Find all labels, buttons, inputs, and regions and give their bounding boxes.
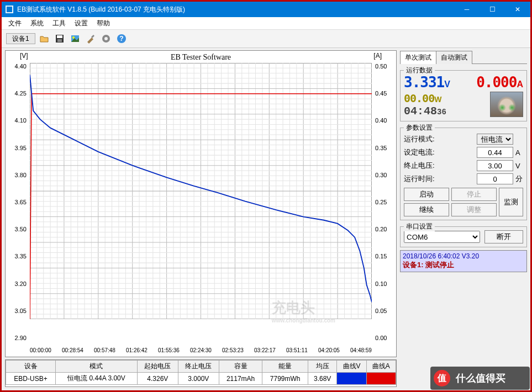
- titlebar: EB测试系统软件 V1.8.5 (Build 2016-03-07 充电头特别版…: [2, 2, 530, 17]
- picture-icon[interactable]: [69, 32, 82, 45]
- com-port-select[interactable]: COM6: [404, 231, 480, 243]
- menubar: 文件 系统 工具 设置 帮助: [2, 17, 530, 29]
- status-line-1: 2018/10/26 6:40:02 V3.20: [403, 252, 524, 260]
- chart-title: EB Tester Software: [6, 53, 396, 62]
- chart: EB Tester Software [V] [A] ZKETECH 4.404…: [5, 50, 397, 357]
- x-ticks: 00:00:0000:28:5400:57:4801:26:4201:55:36…: [30, 347, 372, 353]
- runtime-label: 运行时间:: [404, 174, 435, 184]
- app-icon: [5, 5, 14, 14]
- svg-text:?: ?: [119, 35, 123, 43]
- help-icon[interactable]: ?: [115, 32, 128, 45]
- param-settings-panel: 参数设置 运行模式: 恒电流 设定电流: A 终止电压:: [400, 128, 527, 220]
- open-icon[interactable]: [38, 32, 51, 45]
- minimize-button[interactable]: ─: [454, 2, 480, 17]
- menu-file[interactable]: 文件: [4, 18, 26, 29]
- tab-auto-test[interactable]: 自动测试: [436, 51, 472, 64]
- svg-point-6: [72, 36, 75, 39]
- status-image: [490, 92, 523, 117]
- svg-rect-4: [57, 39, 62, 42]
- device-tab[interactable]: 设备1: [6, 33, 35, 44]
- toolbar: 设备1 ?: [2, 29, 530, 48]
- y2-ticks: 0.500.450.400.350.300.250.200.150.100.05…: [373, 63, 393, 341]
- end-voltage-input[interactable]: [477, 160, 513, 171]
- mode-select[interactable]: 恒电流: [477, 134, 513, 145]
- set-current-input[interactable]: [477, 147, 513, 158]
- svg-point-8: [104, 37, 108, 40]
- monitor-button[interactable]: 监测: [499, 188, 523, 216]
- chart-plot-area: [30, 63, 372, 319]
- y1-ticks: 4.404.254.103.953.803.653.503.353.203.05…: [9, 63, 29, 341]
- power-value: 00.00: [404, 92, 434, 105]
- window-title: EB测试系统软件 V1.8.5 (Build 2016-03-07 充电头特别版…: [17, 5, 185, 14]
- site-logo: 什么值得买: [430, 367, 530, 390]
- side-tabs: 单次测试 自动测试: [400, 50, 527, 64]
- menu-settings[interactable]: 设置: [70, 18, 92, 29]
- current-value: 0.000: [476, 74, 517, 91]
- menu-system[interactable]: 系统: [26, 18, 48, 29]
- svg-rect-3: [57, 35, 62, 38]
- maximize-button[interactable]: ☐: [480, 2, 505, 17]
- chart-watermark: 充电头 www.chongdiantou.com: [272, 298, 335, 324]
- disconnect-button[interactable]: 断开: [484, 230, 523, 243]
- mode-label: 运行模式:: [404, 134, 435, 144]
- set-current-label: 设定电流:: [404, 147, 435, 157]
- start-button[interactable]: 启动: [404, 188, 449, 201]
- close-button[interactable]: ✕: [505, 2, 530, 17]
- serial-settings-panel: 串口设置 COM6 断开: [400, 226, 527, 247]
- result-table: 设备模式起始电压终止电压容量能量均压曲线V曲线A EBD-USB+恒电流 0.4…: [5, 359, 397, 387]
- adjust-button[interactable]: 调整: [451, 203, 497, 216]
- save-icon[interactable]: [53, 32, 66, 45]
- menu-tools[interactable]: 工具: [48, 18, 70, 29]
- tools-icon[interactable]: [84, 32, 97, 45]
- menu-help[interactable]: 帮助: [92, 18, 114, 29]
- y2-axis-label: [A]: [373, 52, 382, 60]
- gear-icon[interactable]: [99, 32, 113, 45]
- elapsed-time: 04:4836: [404, 105, 446, 118]
- runtime-data-panel: 运行数据 3.331V 0.000A 00.00W 04:4836: [400, 70, 527, 121]
- end-voltage-label: 终止电压:: [404, 161, 435, 171]
- stop-button[interactable]: 停止: [451, 188, 497, 201]
- tab-single-test[interactable]: 单次测试: [400, 51, 436, 64]
- voltage-value: 3.331: [404, 74, 444, 91]
- y1-axis-label: [V]: [20, 52, 28, 60]
- status-box: 2018/10/26 6:40:02 V3.20 设备1: 测试停止: [400, 250, 527, 272]
- svg-rect-1: [7, 7, 12, 12]
- continue-button[interactable]: 继续: [404, 203, 449, 216]
- status-line-2: 设备1: 测试停止: [403, 260, 524, 270]
- runtime-input[interactable]: [477, 173, 513, 184]
